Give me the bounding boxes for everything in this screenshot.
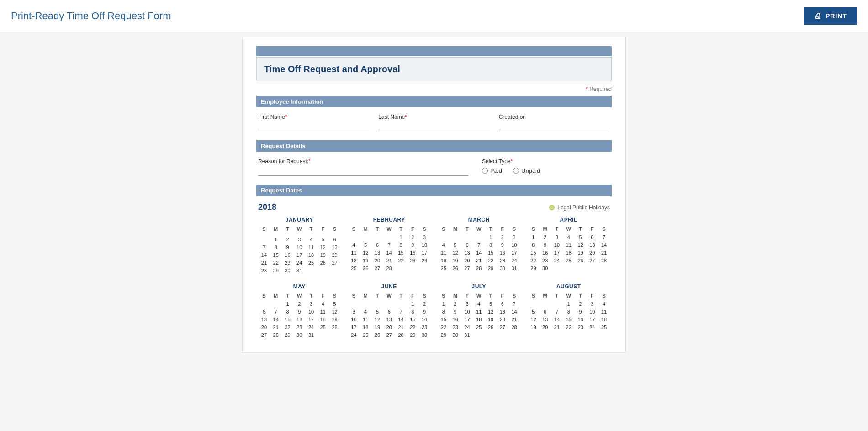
cal-day: 10 [305, 308, 317, 315]
cal-day: 18 [598, 316, 610, 323]
paid-radio[interactable] [482, 168, 488, 174]
cal-day: 25 [473, 324, 485, 331]
cal-day: 29 [485, 265, 497, 272]
cal-day: 21 [383, 257, 395, 264]
cal-day [317, 234, 329, 235]
cal-day [293, 234, 305, 235]
cal-day: 19 [575, 249, 587, 256]
cal-day [508, 331, 520, 339]
cal-day: 16 [282, 251, 294, 259]
dow-label: F [407, 293, 418, 299]
dow-label: S [329, 226, 341, 232]
cal-day: 3 [293, 236, 305, 243]
cal-day: 18 [317, 316, 329, 323]
cal-day: 8 [395, 241, 407, 249]
calendar-april: APRILSMTWTFS1234567891011121314151617181… [528, 217, 610, 274]
unpaid-radio[interactable] [513, 168, 519, 174]
cal-day: 24 [305, 324, 317, 331]
cal-day: 20 [329, 251, 341, 259]
form-title: Time Off Request and Approval [264, 64, 400, 74]
cal-day [438, 234, 450, 241]
cal-day: 9 [418, 308, 430, 315]
unpaid-label: Unpaid [521, 167, 540, 174]
print-button[interactable]: 🖨 PRINT [804, 7, 857, 25]
cal-day: 13 [371, 249, 383, 256]
cal-day: 26 [329, 324, 341, 331]
cal-day: 15 [485, 249, 497, 256]
cal-day: 30 [282, 267, 294, 274]
dow-label: F [586, 293, 598, 299]
dow-label: M [450, 226, 461, 232]
last-name-input[interactable] [378, 122, 489, 131]
dow-label: S [418, 226, 430, 232]
dow-label: W [293, 226, 305, 232]
created-on-input[interactable] [499, 122, 610, 131]
paid-option[interactable]: Paid [482, 167, 502, 174]
dow-label: F [317, 293, 329, 299]
cal-day: 10 [293, 244, 305, 251]
reason-input[interactable] [258, 166, 468, 176]
calendar-week: 891011121314 [438, 308, 520, 315]
cal-day [473, 234, 485, 241]
cal-day: 24 [586, 324, 598, 331]
cal-day: 10 [508, 241, 520, 249]
cal-day: 24 [418, 257, 430, 264]
calendar-week: 19202122232425 [528, 324, 610, 331]
cal-day: 20 [258, 324, 270, 331]
dow-label: W [383, 226, 395, 232]
cal-day: 16 [418, 316, 430, 323]
cal-day [329, 267, 341, 274]
cal-day: 6 [461, 241, 473, 249]
dow-label: S [508, 226, 520, 232]
cal-day: 8 [528, 241, 540, 249]
cal-day: 9 [575, 308, 587, 315]
cal-day: 11 [438, 249, 450, 256]
dow-label: T [305, 226, 317, 232]
cal-day: 22 [395, 257, 407, 264]
dow-label: F [586, 226, 598, 232]
cal-day: 2 [407, 234, 418, 241]
cal-day: 14 [383, 249, 395, 256]
cal-day: 9 [539, 241, 551, 249]
calendar-weeks: 1234567891011121314151617181920212223242… [528, 300, 610, 331]
cal-day: 21 [551, 324, 563, 331]
cal-day: 7 [383, 241, 395, 249]
cal-day: 26 [485, 324, 497, 331]
cal-day: 21 [258, 259, 270, 266]
cal-day: 31 [508, 265, 520, 272]
calendar-week: 3456789 [348, 308, 431, 315]
cal-day: 4 [598, 300, 610, 308]
year: 2018 [258, 202, 276, 212]
calendar-week: 14151617181920 [258, 251, 341, 259]
cal-day: 11 [360, 316, 371, 323]
cal-day: 28 [258, 267, 270, 274]
cal-day: 24 [508, 257, 520, 264]
dow-label: W [473, 226, 485, 232]
dow-label: T [395, 293, 407, 299]
created-on-group: Created on [499, 114, 610, 131]
unpaid-option[interactable]: Unpaid [513, 167, 540, 174]
cal-day: 17 [293, 251, 305, 259]
calendar-week: 123456 [258, 236, 341, 243]
cal-day: 1 [528, 234, 540, 241]
cal-day [329, 331, 341, 339]
calendar-june: JUNESMTWTFS12345678910111213141516171819… [348, 283, 431, 339]
first-name-input[interactable] [258, 122, 369, 131]
cal-day: 8 [438, 308, 450, 315]
calendar-weeks: 1234567891011121314151617181920212223242… [348, 300, 431, 339]
dow-label: S [329, 293, 341, 299]
cal-day: 25 [438, 265, 450, 272]
cal-day: 27 [383, 331, 395, 339]
cal-day: 3 [508, 234, 520, 241]
calendar-weeks: 1234567891011121314151617181920212223242… [348, 234, 431, 272]
cal-day: 9 [293, 308, 305, 315]
dow-label: F [497, 293, 508, 299]
calendar-week: 567891011 [528, 308, 610, 315]
cal-day: 10 [586, 308, 598, 315]
cal-day: 8 [407, 308, 418, 315]
dow-label: M [539, 293, 551, 299]
cal-day: 2 [282, 236, 294, 243]
cal-day: 7 [395, 308, 407, 315]
dow-label: S [438, 293, 450, 299]
cal-day: 6 [383, 308, 395, 315]
